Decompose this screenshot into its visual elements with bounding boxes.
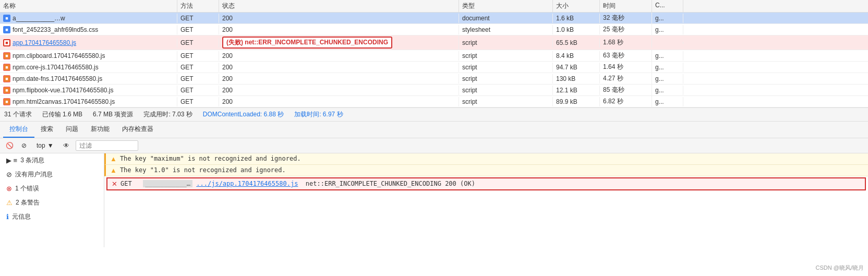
- size-cell: 1.0 kB: [553, 25, 600, 34]
- devtools-tab-新功能[interactable]: 新功能: [85, 122, 116, 138]
- sidebar-item-user[interactable]: ⊘ 没有用户消息: [0, 167, 104, 182]
- file-icon: ■: [3, 52, 10, 59]
- status-code: 200: [222, 98, 233, 105]
- file-name: app.1704176465580.js: [13, 39, 76, 46]
- time-cell: 85 毫秒: [600, 85, 652, 95]
- status-code: 200: [222, 64, 233, 71]
- time-cell: 4.27 秒: [600, 73, 652, 84]
- devtools-tab-内存检查器[interactable]: 内存检查器: [116, 122, 160, 138]
- top-context-btn[interactable]: top ▼: [33, 141, 57, 150]
- type-cell: script: [459, 86, 553, 95]
- console-toolbar: 🚫 ⊘ top ▼ 👁: [0, 138, 868, 153]
- size-cell: 89.9 kB: [553, 97, 600, 106]
- c-cell: g...: [652, 74, 683, 83]
- col-name: 名称: [0, 0, 177, 12]
- table-row[interactable]: ■ font_2452233_ahfr69lnd5s.css GET 200 s…: [0, 24, 868, 35]
- file-icon: ■: [3, 87, 10, 94]
- devtools-tab-控制台[interactable]: 控制台: [3, 122, 34, 138]
- status-cell: 200: [219, 25, 459, 34]
- msg-icon: ▲: [110, 155, 117, 163]
- name-cell: ■ npm.date-fns.1704176465580.js: [0, 74, 177, 83]
- msg-text: The key "maximum" is not recognized and …: [120, 155, 864, 162]
- method-cell: GET: [177, 14, 219, 23]
- finish-time: 完成用时: 7.03 秒: [143, 110, 192, 119]
- file-icon: ■: [3, 26, 10, 33]
- transferred: 已传输 1.6 MB: [42, 110, 82, 119]
- eye-icon[interactable]: 👁: [61, 140, 71, 151]
- network-panel: 名称 方法 状态 类型 大小 时间 C... ■ a___________…w …: [0, 0, 868, 107]
- col-time: 时间: [600, 0, 652, 12]
- file-name: npm.html2canvas.1704176465580.js: [13, 98, 115, 105]
- size-cell: 94.7 kB: [553, 63, 600, 72]
- sidebar-item-error[interactable]: ⊗ 1 个错误: [0, 182, 104, 196]
- devtools-tab-问题[interactable]: 问题: [59, 122, 85, 138]
- c-cell: g...: [652, 25, 683, 34]
- col-size: 大小: [553, 0, 600, 12]
- console-content: ▶ ≡ 3 条消息 ⊘ 没有用户消息 ⊗ 1 个错误 ⚠ 2 条警告 ℹ 元信息…: [0, 153, 868, 247]
- time-cell: 6.82 秒: [600, 96, 652, 107]
- top-label: top: [37, 142, 45, 149]
- sidebar-label: 3 条消息: [20, 156, 44, 165]
- devtools-tab-搜索[interactable]: 搜索: [34, 122, 59, 138]
- resources: 6.7 MB 项资源: [93, 110, 133, 119]
- table-row[interactable]: ■ a___________…w GET 200 document 1.6 kB…: [0, 13, 868, 24]
- table-row[interactable]: ■ npm.flipbook-vue.1704176465580.js GET …: [0, 85, 868, 96]
- name-cell: ■ npm.flipbook-vue.1704176465580.js: [0, 86, 177, 95]
- table-row[interactable]: ■ npm.date-fns.1704176465580.js GET 200 …: [0, 73, 868, 85]
- sidebar-icon-messages: ▶ ≡: [6, 157, 17, 164]
- error-link[interactable]: .../js/app.1704176465580.js: [196, 180, 298, 187]
- name-cell: ■ font_2452233_ahfr69lnd5s.css: [0, 25, 177, 34]
- table-row[interactable]: ■ app.1704176465580.js GET (失败) net::ERR…: [0, 35, 868, 50]
- filter-toggle-btn[interactable]: ⊘: [19, 140, 29, 151]
- msg-icon: ▲: [110, 166, 117, 174]
- devtools-tabs: 控制台搜索问题新功能内存检查器: [0, 122, 868, 138]
- type-cell: document: [459, 14, 553, 23]
- status-cell: 200: [219, 74, 459, 83]
- col-method: 方法: [177, 0, 219, 12]
- col-c: C...: [652, 0, 683, 12]
- name-cell: ■ npm.core-js.1704176465580.js: [0, 63, 177, 72]
- error-status: (失败) net::ERR_INCOMPLETE_CHUNKED_ENCODIN…: [222, 37, 392, 49]
- c-cell: [652, 42, 683, 44]
- c-cell: g...: [652, 86, 683, 95]
- method-cell: GET: [177, 97, 219, 106]
- status-bar: 31 个请求 已传输 1.6 MB 6.7 MB 项资源 完成用时: 7.03 …: [0, 107, 868, 122]
- table-row[interactable]: ■ npm.html2canvas.1704176465580.js GET 2…: [0, 96, 868, 107]
- sidebar-label: 没有用户消息: [15, 170, 53, 179]
- console-message-warning: ▲ The key "1.0" is not recognized and ig…: [104, 165, 868, 176]
- console-messages-area: ▲ The key "maximum" is not recognized an…: [104, 153, 868, 247]
- time-cell: 32 毫秒: [600, 13, 652, 23]
- table-row[interactable]: ■ npm.clipboard.1704176465580.js GET 200…: [0, 50, 868, 62]
- name-cell: ■ npm.html2canvas.1704176465580.js: [0, 97, 177, 106]
- sidebar-item-info[interactable]: ℹ 元信息: [0, 210, 104, 224]
- console-message-error: ✕ GET ___________… .../js/app.1704176465…: [106, 177, 866, 190]
- file-icon: ■: [3, 64, 10, 71]
- status-cell: 200: [219, 14, 459, 23]
- filter-input[interactable]: [76, 140, 138, 151]
- sidebar-icon-user: ⊘: [6, 171, 12, 178]
- sidebar-icon-error: ⊗: [6, 185, 12, 193]
- table-row[interactable]: ■ npm.core-js.1704176465580.js GET 200 s…: [0, 62, 868, 73]
- console-message-warning: ▲ The key "maximum" is not recognized an…: [104, 153, 868, 165]
- status-code: 200: [222, 26, 233, 33]
- file-name: npm.clipboard.1704176465580.js: [13, 52, 105, 59]
- sidebar-label: 1 个错误: [15, 184, 39, 193]
- type-cell: script: [459, 38, 553, 47]
- clear-console-btn[interactable]: 🚫: [4, 140, 15, 151]
- sidebar-item-messages[interactable]: ▶ ≡ 3 条消息: [0, 153, 104, 167]
- type-cell: script: [459, 97, 553, 106]
- sidebar-item-warning[interactable]: ⚠ 2 条警告: [0, 196, 104, 210]
- file-name: font_2452233_ahfr69lnd5s.css: [13, 26, 98, 33]
- size-cell: 130 kB: [553, 74, 600, 83]
- status-code: 200: [222, 75, 233, 82]
- col-type: 类型: [459, 0, 553, 12]
- status-cell: 200: [219, 97, 459, 106]
- msg-text: GET ___________… .../js/app.170417646558…: [120, 180, 861, 187]
- msg-icon: ✕: [112, 180, 117, 188]
- method-cell: GET: [177, 51, 219, 61]
- sidebar-icon-warning: ⚠: [6, 199, 13, 207]
- type-cell: script: [459, 74, 553, 83]
- sidebar-label: 元信息: [12, 212, 31, 221]
- file-icon: ■: [3, 98, 10, 105]
- status-code: 200: [222, 15, 233, 22]
